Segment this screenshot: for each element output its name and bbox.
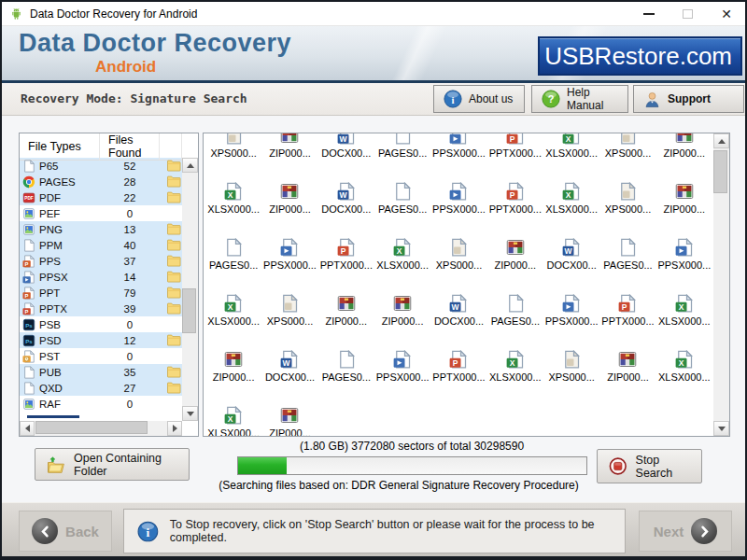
file-item[interactable]: ZIP000...: [656, 133, 712, 167]
table-horizontal-scrollbar[interactable]: [20, 421, 182, 436]
table-row[interactable]: PPPS37: [20, 253, 182, 269]
table-row[interactable]: P6552: [20, 158, 182, 174]
open-containing-folder-button[interactable]: Open Containing Folder: [35, 448, 190, 481]
file-item[interactable]: WDOCX00...: [318, 167, 374, 223]
file-item[interactable]: XXLSX000...: [543, 133, 599, 167]
file-item[interactable]: ZIP000...: [261, 167, 317, 223]
table-row[interactable]: PsPSD12: [20, 332, 182, 348]
file-item[interactable]: ZIP000...: [374, 279, 430, 335]
scroll-up-icon[interactable]: [713, 133, 729, 148]
scrollbar-thumb[interactable]: [182, 288, 196, 333]
file-item[interactable]: XXLSX000...: [487, 335, 543, 391]
file-item[interactable]: XPS000...: [599, 133, 655, 167]
file-item[interactable]: PPSX000...: [374, 335, 430, 391]
file-item[interactable]: XXLSX000...: [656, 335, 712, 391]
file-item[interactable]: XPS000...: [205, 133, 261, 167]
file-item[interactable]: PPPTX000...: [487, 167, 543, 223]
scroll-left-icon[interactable]: [20, 421, 35, 436]
file-item[interactable]: ZIP000...: [656, 167, 712, 223]
stop-search-button[interactable]: Stop Search: [597, 449, 702, 483]
table-row[interactable]: PST0: [20, 348, 182, 364]
column-header-file-types[interactable]: File Types: [20, 133, 100, 161]
grid-vertical-scrollbar[interactable]: [713, 133, 729, 436]
file-item[interactable]: PAGES0...: [318, 335, 374, 391]
scrollbar-thumb[interactable]: [713, 150, 727, 193]
next-button[interactable]: Next: [639, 511, 732, 552]
file-item[interactable]: ZIP000...: [261, 133, 317, 167]
folder-cell[interactable]: [160, 287, 182, 299]
file-item[interactable]: XPS000...: [599, 167, 655, 223]
file-item[interactable]: PAGES0...: [374, 133, 430, 167]
file-item[interactable]: WDOCX00...: [318, 133, 374, 167]
table-row[interactable]: RAF0: [20, 396, 182, 412]
table-row[interactable]: PPPT79: [20, 285, 182, 301]
table-row[interactable]: PAGES28: [20, 174, 182, 189]
folder-cell[interactable]: [160, 302, 182, 315]
file-item[interactable]: XPS000...: [430, 223, 486, 279]
folder-cell[interactable]: [160, 382, 182, 394]
about-us-button[interactable]: i About us: [433, 85, 525, 113]
file-item[interactable]: WDOCX00...: [430, 279, 486, 335]
folder-cell[interactable]: [160, 255, 182, 267]
file-item[interactable]: PPSX000...: [430, 133, 486, 167]
back-button[interactable]: Back: [19, 511, 112, 552]
file-item[interactable]: XXLSX000...: [205, 167, 261, 223]
minimize-icon[interactable]: [643, 13, 655, 15]
file-item[interactable]: WDOCX00...: [543, 223, 599, 279]
scroll-right-icon[interactable]: [167, 421, 182, 436]
file-item[interactable]: XXLSX000...: [543, 167, 599, 223]
file-item[interactable]: ZIP000...: [318, 279, 374, 335]
file-item[interactable]: PPSX000...: [430, 167, 486, 223]
table-vertical-scrollbar[interactable]: [182, 158, 198, 421]
file-item[interactable]: PAGES0...: [374, 167, 430, 223]
file-item[interactable]: PPSX000...: [543, 279, 599, 335]
file-item[interactable]: XPS000...: [543, 335, 599, 391]
file-item[interactable]: WDOCX00...: [261, 335, 317, 391]
file-item[interactable]: PPPTX000...: [318, 223, 374, 279]
file-item[interactable]: ZIP000...: [599, 335, 655, 391]
table-row[interactable]: PUB35: [20, 364, 182, 380]
file-item[interactable]: ZIP000...: [205, 335, 261, 391]
table-row[interactable]: PPPTX39: [20, 301, 182, 316]
folder-cell[interactable]: [160, 366, 182, 378]
folder-cell[interactable]: [160, 223, 182, 235]
scrollbar-thumb[interactable]: [35, 421, 148, 434]
folder-cell[interactable]: [160, 175, 182, 188]
table-row[interactable]: PsPSB0: [20, 316, 182, 332]
maximize-icon[interactable]: [683, 9, 693, 19]
file-item[interactable]: PAGES0...: [205, 223, 261, 279]
table-row[interactable]: PNG13: [20, 221, 182, 237]
file-item[interactable]: PPPTX000...: [599, 279, 655, 335]
folder-cell[interactable]: [160, 160, 182, 172]
table-row[interactable]: PEF0: [20, 205, 182, 221]
scroll-down-icon[interactable]: [713, 421, 729, 436]
help-manual-button[interactable]: ? Help Manual: [531, 85, 628, 113]
support-button[interactable]: Support: [633, 85, 744, 113]
svg-text:X: X: [566, 134, 571, 144]
file-item[interactable]: XPS000...: [261, 279, 317, 335]
column-header-files-found[interactable]: Files Found: [100, 133, 160, 161]
file-item[interactable]: PPPTX000...: [487, 133, 543, 167]
table-row[interactable]: PPSX14: [20, 269, 182, 285]
file-item[interactable]: PPPTX000...: [430, 335, 486, 391]
file-item[interactable]: ZIP000...: [261, 391, 317, 437]
table-row[interactable]: PDFPDF22: [20, 189, 182, 205]
file-item[interactable]: PAGES0...: [487, 279, 543, 335]
scroll-up-icon[interactable]: [182, 158, 198, 173]
file-item[interactable]: PAGES0...: [599, 223, 655, 279]
folder-cell[interactable]: [160, 334, 182, 346]
file-item[interactable]: XXLSX000...: [205, 391, 261, 437]
file-item[interactable]: PPSX000...: [656, 223, 712, 279]
table-row[interactable]: PPM40: [20, 237, 182, 253]
folder-cell[interactable]: [160, 271, 182, 283]
folder-cell[interactable]: [160, 191, 182, 203]
file-item[interactable]: XXLSX000...: [205, 279, 261, 335]
file-item[interactable]: XXLSX000...: [656, 279, 712, 335]
scroll-down-icon[interactable]: [182, 406, 198, 421]
file-item[interactable]: PPSX000...: [261, 223, 317, 279]
file-item[interactable]: ZIP000...: [487, 223, 543, 279]
close-icon[interactable]: ✕: [721, 7, 732, 21]
folder-cell[interactable]: [160, 239, 182, 251]
table-row[interactable]: QXD27: [20, 380, 182, 396]
file-item[interactable]: XXLSX000...: [374, 223, 430, 279]
